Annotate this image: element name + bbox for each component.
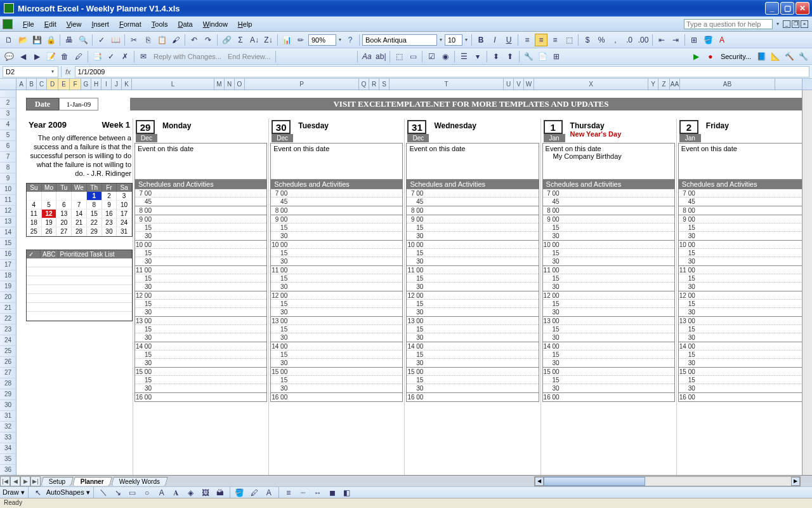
task-row[interactable] [27,276,132,285]
time-slot[interactable]: 30 [271,359,402,367]
time-slot[interactable]: 30 [407,257,538,265]
align-center-icon[interactable]: ≡ [535,34,547,46]
calendar-day[interactable]: 24 [117,218,132,227]
time-slot[interactable]: 15 00 [679,368,810,376]
time-slot[interactable]: 15 [135,351,266,359]
redo-icon[interactable]: ↷ [202,34,214,46]
time-slot[interactable]: 30 [543,359,674,367]
calendar-day[interactable]: 27 [56,227,72,236]
control-checkbox-icon[interactable]: ☑ [425,50,438,63]
column-header-U[interactable]: U [504,79,514,90]
time-slot[interactable]: 30 [135,384,266,392]
column-header-Z[interactable]: Z [658,79,670,90]
scroll-thumb[interactable] [544,477,645,486]
comma-icon[interactable]: , [609,34,622,46]
column-header-M[interactable]: M [214,79,225,90]
time-slot[interactable]: 15 [135,325,266,333]
wordart-icon[interactable]: 𝐀 [170,486,183,499]
menu-edit[interactable]: Edit [39,18,62,30]
doc-close-button[interactable]: × [801,20,808,28]
column-header-G[interactable]: G [81,79,91,90]
time-slot[interactable]: 8 00 [271,206,402,215]
time-slot[interactable]: 12 00 [135,291,266,300]
control-code-icon[interactable]: 📄 [536,50,549,63]
time-slot[interactable]: 16 00 [271,393,402,401]
column-header-X[interactable]: X [534,79,648,90]
draw-menu[interactable]: Draw ▾ [3,488,25,497]
time-slot[interactable]: 15 00 [135,368,266,376]
row-header-26[interactable]: 26 [0,357,16,368]
event-box[interactable]: Event on this date [678,143,811,180]
time-slot[interactable]: 30 [135,257,266,265]
time-slot[interactable]: 15 [407,325,538,333]
zoom-input[interactable] [308,34,336,46]
time-slot[interactable]: 15 00 [271,368,402,376]
autosum-icon[interactable]: Σ [234,34,247,46]
time-slot[interactable]: 15 [543,325,674,333]
time-slot[interactable]: 15 [407,300,538,308]
send-mail-icon[interactable]: ✉ [137,50,150,63]
task-row[interactable] [27,285,132,294]
record-macro-icon[interactable]: ● [704,50,717,63]
time-slot[interactable]: 30 [679,384,810,392]
calendar-day[interactable]: 14 [72,210,87,218]
task-row[interactable] [27,267,132,276]
time-slot[interactable]: 15 [135,224,266,232]
3d-icon[interactable]: ◧ [341,486,353,499]
time-slot[interactable]: 14 00 [135,342,266,351]
event-box[interactable]: Event on this date [134,143,267,180]
time-slot[interactable]: 45 [679,197,810,206]
line-style-icon[interactable]: ≡ [282,486,295,499]
time-slot[interactable]: 8 00 [679,206,810,215]
task-row[interactable] [27,258,132,267]
time-slot[interactable]: 12 00 [407,291,538,300]
time-slot[interactable]: 30 [407,308,538,316]
font-dropdown-icon[interactable]: ▾ [438,37,443,43]
time-slot[interactable]: 15 [679,224,810,232]
font-color-draw-icon[interactable]: A [263,486,275,499]
delete-comment-icon[interactable]: 🗑 [58,50,71,63]
date-value-cell[interactable]: 1-Jan-09 [59,98,98,110]
time-slot[interactable]: 13 00 [407,317,538,325]
italic-icon[interactable]: I [488,34,501,46]
time-slot[interactable]: 14 00 [679,342,810,351]
time-slot[interactable]: 15 00 [543,368,674,376]
time-slot[interactable]: 15 [135,274,266,283]
menu-tools[interactable]: Tools [147,18,173,30]
time-slot[interactable]: 30 [679,257,810,265]
time-slot[interactable]: 15 [679,249,810,257]
show-comments-icon[interactable]: 💬 [3,50,15,63]
time-slot[interactable]: 7 00 [271,189,402,197]
select-objects-icon[interactable]: ↖ [32,486,44,499]
row-header-19[interactable]: 19 [0,281,16,292]
row-header-21[interactable]: 21 [0,303,16,314]
column-header-R[interactable]: R [369,79,379,90]
time-slot[interactable]: 45 [135,197,266,206]
help-dropdown-icon[interactable]: ▾ [775,21,780,27]
accept-icon[interactable]: ✓ [105,50,117,63]
calendar-day[interactable]: 16 [102,210,117,218]
column-header-O[interactable]: O [235,79,245,90]
autoshapes-menu[interactable]: AutoShapes ▾ [46,488,90,497]
font-name-input[interactable] [362,34,437,46]
column-header-H[interactable]: H [91,79,102,90]
time-slot[interactable]: 30 [407,283,538,291]
undo-icon[interactable]: ↶ [188,34,200,46]
row-header-9[interactable]: 9 [0,173,16,184]
dash-style-icon[interactable]: ┈ [297,486,310,499]
column-header-V[interactable]: V [514,79,524,90]
time-slot[interactable]: 15 [679,300,810,308]
sheet-tab-weekly-words[interactable]: Weekly Words [111,477,168,486]
fontsize-dropdown-icon[interactable]: ▾ [464,37,469,43]
column-header-L[interactable]: L [132,79,214,90]
reject-icon[interactable]: ✗ [119,50,131,63]
time-slot[interactable]: 30 [543,283,674,291]
currency-icon[interactable]: $ [581,34,594,46]
run-macro-icon[interactable]: ▶ [690,50,703,63]
row-header-24[interactable]: 24 [0,335,16,346]
time-slot[interactable]: 30 [271,283,402,291]
time-slot[interactable]: 30 [135,232,266,240]
paste-icon[interactable]: 📋 [155,34,168,46]
time-slot[interactable]: 7 00 [135,189,266,197]
control-combo-icon[interactable]: ▾ [471,50,484,63]
